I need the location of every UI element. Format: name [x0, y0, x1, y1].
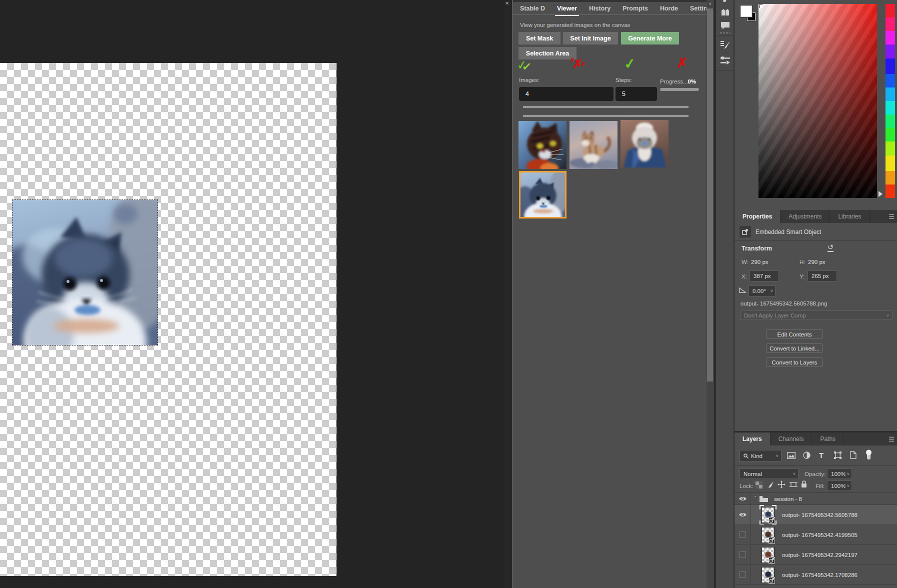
visibility-toggle[interactable] — [734, 545, 751, 564]
opacity-input[interactable]: 100% ˅ — [827, 468, 852, 479]
layer-thumbnail[interactable] — [762, 527, 774, 543]
comments-icon[interactable] — [721, 22, 730, 30]
picker-cursor — [759, 4, 762, 8]
layer-name[interactable]: output- 1675495342.4199505 — [782, 532, 858, 538]
layer-comp-select[interactable]: Don't Apply Layer Comp ˅ — [740, 310, 892, 320]
scroll-up-icon[interactable]: ˅ — [706, 0, 714, 6]
brush-settings-icon[interactable] — [720, 40, 730, 50]
filter-shape-layers-icon[interactable] — [834, 452, 842, 459]
chevron-down-icon: ˅ — [886, 313, 889, 318]
lock-transparency-icon[interactable] — [756, 482, 762, 488]
plugin-subtitle: View your generated images on the canvas — [520, 22, 630, 28]
layer-name[interactable]: output- 1675495342.1708286 — [782, 572, 858, 578]
canvas-selected-smart-object[interactable] — [12, 200, 158, 345]
layer-row-2[interactable]: output- 1675495342.4199505 — [734, 524, 897, 544]
reset-transform-icon[interactable]: ↺ — [828, 244, 834, 252]
saturation-brightness-picker[interactable] — [758, 4, 877, 198]
close-icon[interactable]: ✕ — [504, 0, 512, 6]
visibility-toggle[interactable] — [734, 525, 751, 544]
panel-menu-icon[interactable]: ☰ — [888, 210, 897, 223]
set-init-image-button[interactable]: Set Init Image — [563, 32, 618, 44]
visibility-toggle[interactable] — [734, 565, 751, 584]
layer-filter-select[interactable]: Kind ˅ — [740, 450, 782, 462]
visibility-eye-icon[interactable] — [734, 493, 751, 504]
tab-adjustments[interactable]: Adjustments — [780, 210, 830, 223]
props-divider — [734, 240, 897, 240]
group-name[interactable]: session - 8 — [774, 496, 802, 502]
layer-name[interactable]: output- 1675495342.5605788 — [782, 512, 858, 518]
plugin-scrollbar[interactable]: ˅ — [706, 0, 714, 588]
tab-libraries[interactable]: Libraries — [830, 210, 870, 223]
fill-input[interactable]: 100% ˅ — [827, 480, 852, 491]
filter-adjustment-layers-icon[interactable] — [803, 452, 810, 459]
tool-presets-icon[interactable] — [720, 56, 730, 65]
group-expand-chevron[interactable]: ˇ — [754, 496, 756, 502]
tab-history[interactable]: History — [589, 5, 610, 12]
smart-object-badge-icon — [768, 557, 775, 564]
layer-thumbnail[interactable] — [762, 547, 774, 563]
generated-thumbnail-3[interactable] — [620, 120, 668, 168]
convert-to-layers-button[interactable]: Convert to Layers — [766, 358, 823, 367]
visibility-eye-icon[interactable] — [734, 505, 751, 524]
tab-viewer[interactable]: Viewer — [557, 5, 577, 12]
libraries-icon[interactable] — [721, 9, 730, 16]
lock-position-icon[interactable] — [778, 480, 786, 488]
steps-label: Steps: — [616, 77, 632, 83]
layers-tab-bar: Layers Channels Paths ☰ — [734, 432, 897, 446]
scrollbar-thumb[interactable] — [707, 8, 713, 382]
blend-mode-select[interactable]: Normal ˅ — [740, 468, 798, 479]
layers-divider-1 — [734, 466, 897, 466]
hue-slider[interactable] — [886, 4, 895, 198]
x-input[interactable]: 387 px — [750, 270, 779, 282]
edit-contents-button[interactable]: Edit Contents — [766, 330, 823, 339]
generated-thumbnail-1[interactable] — [518, 121, 566, 169]
lock-all-icon[interactable] — [801, 480, 807, 488]
tab-stable-d[interactable]: Stable D — [520, 5, 545, 12]
progress-label: Progress...0% — [660, 78, 696, 84]
h-value: 290 px — [808, 259, 826, 265]
layer-row-4[interactable]: output- 1675495342.1708286 — [734, 564, 897, 584]
tab-prompts[interactable]: Prompts — [622, 5, 648, 12]
layer-thumbnail[interactable] — [762, 507, 774, 523]
tab-properties[interactable]: Properties — [734, 210, 780, 223]
pen-icon[interactable] — [722, 0, 728, 3]
foreground-color-swatch[interactable] — [740, 6, 752, 17]
tab-paths[interactable]: Paths — [812, 432, 844, 446]
lock-label: Lock: — [740, 483, 754, 489]
smart-object-badge-icon — [768, 517, 775, 524]
panel-menu-icon[interactable]: ☰ — [888, 432, 897, 446]
y-input[interactable]: 265 px — [808, 270, 837, 282]
smart-object-icon — [740, 226, 751, 238]
filter-pixel-layers-icon[interactable] — [787, 452, 796, 459]
stable-diffusion-plugin-panel: Stable D Viewer History Prompts Horde Se… — [513, 0, 706, 588]
filter-smart-objects-icon[interactable] — [850, 451, 856, 459]
folder-icon — [760, 496, 768, 502]
layer-group-row[interactable]: ˇ session - 8 — [734, 493, 897, 504]
angle-input[interactable]: 0.00° ˅ — [748, 286, 776, 296]
selection-ok-icon: ✓ — [624, 56, 636, 72]
convert-to-linked-button[interactable]: Convert to Linked... — [766, 344, 823, 353]
tab-layers[interactable]: Layers — [734, 432, 770, 446]
set-mask-button[interactable]: Set Mask — [518, 32, 560, 44]
layer-thumbnail[interactable] — [762, 567, 774, 583]
tab-channels[interactable]: Channels — [770, 432, 812, 446]
tab-horde[interactable]: Horde — [660, 5, 678, 12]
filter-toggle-switch[interactable] — [866, 450, 872, 460]
lock-artboard-icon[interactable] — [790, 481, 798, 488]
generate-more-button[interactable]: Generate More — [621, 32, 679, 44]
chevron-down-icon[interactable]: ˅ — [770, 288, 773, 294]
filter-type-layers-icon[interactable]: T — [819, 451, 824, 460]
generated-thumbnail-2[interactable] — [570, 121, 618, 169]
images-input[interactable]: 4 — [519, 87, 614, 101]
layer-name[interactable]: output- 1675495342.2942197 — [782, 552, 858, 558]
steps-input[interactable]: 5 — [616, 87, 657, 101]
layer-row-3[interactable]: output- 1675495342.2942197 — [734, 544, 897, 564]
lock-pixels-icon[interactable] — [766, 481, 774, 488]
progress-bar — [660, 88, 699, 91]
layer-row-1[interactable]: output- 1675495342.5605788 — [734, 504, 897, 524]
y-label: Y: — [800, 274, 804, 280]
generated-thumbnail-4-selected[interactable] — [519, 171, 566, 218]
hue-pointer-icon — [878, 191, 882, 197]
smart-object-badge-icon — [768, 537, 775, 544]
properties-tab-bar: Properties Adjustments Libraries ☰ — [734, 210, 897, 223]
